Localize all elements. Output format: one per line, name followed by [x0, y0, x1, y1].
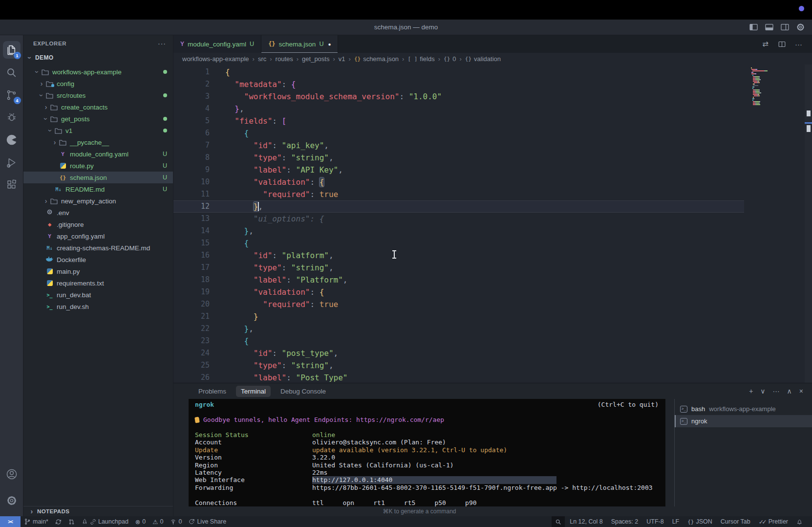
tree-item-run-dev-bat[interactable]: ›>_run_dev.bat [23, 289, 173, 301]
maximize-panel-icon[interactable]: ∧ [787, 387, 792, 395]
tree-item-route-py[interactable]: ›route.pyU [23, 160, 173, 172]
activity-item-run-and-debug[interactable] [2, 152, 21, 173]
tree-item-v1[interactable]: ›v1 [23, 125, 173, 136]
status-encoding[interactable]: UTF-8 [643, 516, 667, 527]
status-remote-indicator[interactable]: >< [0, 516, 21, 527]
activity-item-explorer[interactable]: 1 [2, 39, 21, 61]
activity-item-account[interactable] [2, 463, 21, 485]
activity-item-extensions[interactable] [2, 174, 21, 196]
panel-tab-problems[interactable]: Problems [193, 386, 231, 397]
status-search-toggle[interactable] [552, 516, 565, 527]
tree-item-schema-json[interactable]: ›{}schema.jsonU [23, 172, 173, 183]
wave-hand-icon [194, 417, 200, 423]
tree-item-readme-md[interactable]: ›M↓README.mdU [23, 183, 173, 195]
breadcrumb-item-get-posts[interactable]: get_posts [302, 55, 329, 63]
activity-item-extension-logo[interactable] [2, 129, 21, 151]
status-eol[interactable]: LF [669, 516, 683, 527]
tree-item-dockerfile[interactable]: ›Dockerfile [23, 254, 173, 265]
code-line-7: 7 "id": "api_key", [173, 139, 812, 152]
split-editor-icon[interactable] [777, 40, 787, 49]
activity-item-settings[interactable] [2, 490, 21, 511]
breadcrumb-item-src[interactable]: src [258, 55, 266, 63]
terminal-output[interactable]: ngrok(Ctrl+C to quit) Goodbye tunnels, h… [189, 399, 665, 506]
settings-gear-icon[interactable] [796, 22, 805, 32]
tab-module-config[interactable]: Ymodule_config.yamlU [173, 35, 261, 53]
tree-item-main-py[interactable]: ›main.py [23, 265, 173, 277]
sidebar-title: EXPLORER [33, 41, 66, 46]
tree-item--env[interactable]: ›.env [23, 207, 173, 219]
layout-right-icon[interactable] [780, 22, 790, 32]
terminal-list-item-bash[interactable]: >_bashworkflows-app-example [675, 403, 812, 415]
terminal-list: >_bashworkflows-app-example>_ngrok [674, 399, 812, 506]
status-label: LF [672, 518, 680, 525]
tree-item-requirements-txt[interactable]: ›requirements.txt [23, 277, 173, 289]
terminal-list-item-ngrok[interactable]: >_ngrok [675, 415, 812, 427]
activity-item-source-control[interactable]: 4 [2, 84, 21, 106]
status-sync-changes[interactable] [52, 516, 65, 527]
activity-item-search[interactable] [2, 62, 21, 83]
breadcrumb-item-workflows-app-example[interactable]: workflows-app-example [182, 55, 249, 63]
code-editor[interactable]: 1{2 "metadata": {3 "workflows_module_sch… [173, 65, 812, 383]
breadcrumb-item-schema-json[interactable]: {}schema.json [354, 55, 399, 63]
notepads-section[interactable]: › NOTEPADS [23, 506, 173, 516]
more-icon[interactable]: ··· [773, 387, 780, 395]
line-number: 26 [173, 372, 210, 383]
status-indentation[interactable]: Spaces: 2 [608, 516, 642, 527]
breadcrumb-item-0[interactable]: {}0 [444, 55, 456, 63]
status-launchpad[interactable]: Launchpad [78, 516, 132, 527]
yaml-icon: Y [180, 41, 184, 47]
status-label: Live Share [197, 518, 226, 525]
tree-item--gitignore[interactable]: ›◆.gitignore [23, 219, 173, 230]
tree-item-new-empty-action[interactable]: ›new_empty_action [23, 195, 173, 207]
breadcrumb-item-routes[interactable]: routes [276, 55, 293, 63]
more-actions-icon[interactable]: ··· [794, 40, 803, 49]
tree-item--pycache-[interactable]: ›__pycache__ [23, 136, 173, 148]
tree-item-label: creating-schemas-README.md [57, 244, 150, 252]
open-changes-icon[interactable]: ⇄ [761, 40, 770, 49]
status-warnings[interactable]: ⚠0 [149, 516, 167, 527]
tree-item-run-dev-sh[interactable]: ›>_run_dev.sh [23, 301, 173, 312]
tree-item-app-config-yaml[interactable]: ›Yapp_config.yaml [23, 230, 173, 242]
status-git-branch[interactable]: main* [21, 516, 52, 527]
layout-sidebar-icon[interactable] [749, 22, 758, 32]
breadcrumb-item-validation[interactable]: {}validation [465, 55, 501, 63]
tree-item-workflows-app-example[interactable]: ›workflows-app-example [23, 66, 173, 78]
tree-item-creating-schemas-readme-md[interactable]: ›M↓creating-schemas-README.md [23, 242, 173, 254]
status-cursor-tab[interactable]: Cursor Tab [717, 516, 754, 527]
unsaved-dot-icon[interactable]: ● [328, 42, 331, 47]
markdown-file-icon: M↓ [54, 187, 63, 192]
panel-tab-terminal[interactable]: Terminal [236, 386, 271, 397]
explorer-more-actions-icon[interactable]: ··· [158, 40, 166, 47]
status-formatter[interactable]: ✓✓Prettier [755, 516, 791, 527]
status-errors[interactable]: ⊗0 [132, 516, 149, 527]
tree-item-src-routes[interactable]: ›src/routes [23, 89, 173, 101]
status-notifications[interactable] [793, 516, 806, 527]
line-number: 5 [173, 115, 210, 127]
tab-schema-json[interactable]: {}schema.jsonU● [261, 35, 338, 53]
new-terminal-icon[interactable]: + [749, 387, 753, 395]
status-ports[interactable]: 0 [167, 516, 185, 527]
tree-item-create-contacts[interactable]: ›create_contacts [23, 101, 173, 113]
line-number: 7 [173, 139, 210, 152]
activity-item-debug[interactable] [2, 107, 21, 128]
status-cursor-position[interactable]: Ln 12, Col 8 [566, 516, 606, 527]
tree-item-get-posts[interactable]: ›get_posts [23, 113, 173, 125]
launch-profile-icon[interactable]: ∨ [760, 387, 765, 395]
tree-item-module-config-yaml[interactable]: ›Ymodule_config.yamlU [23, 148, 173, 160]
code-line-17: 17 "type": "string", [173, 262, 812, 274]
status-pull-requests[interactable] [65, 516, 78, 527]
breadcrumb-item-v1[interactable]: v1 [339, 55, 345, 63]
status-live-share[interactable]: Live Share [185, 516, 230, 527]
panel-tab-debug-console[interactable]: Debug Console [276, 386, 331, 397]
status-language-mode[interactable]: {}JSON [684, 516, 716, 527]
breadcrumb-item-fields[interactable]: [ ]fields [407, 55, 434, 63]
workspace-name: DEMO [35, 54, 54, 61]
close-panel-icon[interactable]: × [799, 387, 803, 395]
tree-item-label: workflows-app-example [52, 68, 122, 76]
minimap[interactable] [751, 67, 805, 106]
branch-icon [24, 518, 31, 525]
workspace-section-demo[interactable]: › DEMO [23, 52, 173, 64]
tree-item-config[interactable]: ›config [23, 78, 173, 89]
status-label: 0 [178, 518, 182, 525]
layout-panel-icon[interactable] [765, 22, 774, 32]
